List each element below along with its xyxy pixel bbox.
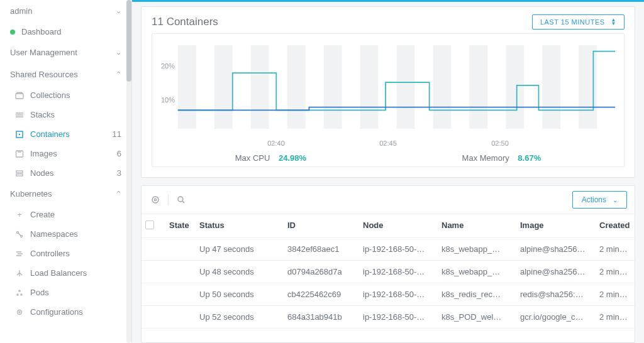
svg-point-25 <box>152 197 158 203</box>
nav-containers[interactable]: Containers 11 <box>0 124 131 144</box>
status-dot-icon <box>10 30 15 35</box>
svg-rect-14 <box>214 45 233 129</box>
nav-controllers[interactable]: Controllers <box>0 244 131 263</box>
plus-icon: + <box>15 210 24 219</box>
col-id[interactable]: ID <box>284 214 359 238</box>
nav-nodes[interactable]: Nodes 3 <box>0 163 131 183</box>
chevron-up-icon: ⌃ <box>116 190 121 198</box>
nav-shared-resources[interactable]: Shared Resources ⌃ <box>0 63 131 85</box>
select-all-header[interactable] <box>142 214 165 238</box>
nav-item-label: Collections <box>30 90 70 100</box>
svg-rect-13 <box>178 45 196 129</box>
cell-state <box>165 261 196 283</box>
cell-image[interactable]: gcr.io/google_c… <box>516 306 596 329</box>
x-tick: 02:45 <box>379 139 397 147</box>
cell-image[interactable]: redis@sha256:… <box>516 283 596 306</box>
nav-kube-label: Kubernetes <box>10 189 52 199</box>
containers-table-panel: Actions ⌄ State Status ID Node Name Imag… <box>141 185 635 343</box>
cell-id[interactable]: 3842ef68aec1 <box>284 238 359 261</box>
chevron-down-icon: ⌄ <box>613 197 618 204</box>
cell-status: Up 52 seconds <box>196 306 284 329</box>
cell-node[interactable]: ip-192-168-50-… <box>359 283 438 306</box>
svg-rect-18 <box>360 45 379 129</box>
svg-point-11 <box>18 310 22 314</box>
cell-node[interactable]: ip-192-168-50-… <box>359 261 438 283</box>
svg-rect-4 <box>16 171 23 173</box>
nav-namespaces[interactable]: Namespaces <box>0 224 131 244</box>
row-select[interactable] <box>142 238 165 261</box>
controllers-icon <box>15 249 24 258</box>
nav-collections[interactable]: Collections <box>0 85 131 105</box>
col-node[interactable]: Node <box>359 214 438 238</box>
sidebar: admin ⌄ Dashboard User Management ⌄ Shar… <box>0 0 132 343</box>
nav-images[interactable]: Images 6 <box>0 144 131 163</box>
nav-stacks[interactable]: Stacks <box>0 105 131 124</box>
max-memory-label: Max Memory <box>462 153 509 163</box>
nav-pods[interactable]: Pods <box>0 283 131 302</box>
nav-item-count: 11 <box>113 129 121 139</box>
nav-item-label: Stacks <box>30 110 55 119</box>
actions-button[interactable]: Actions ⌄ <box>572 191 627 209</box>
chevron-down-icon: ⌄ <box>116 7 121 15</box>
cell-name[interactable]: k8s_POD_wel… <box>438 306 516 329</box>
row-select[interactable] <box>142 306 165 329</box>
svg-point-9 <box>17 293 18 295</box>
max-memory-value: 8.67% <box>518 153 541 163</box>
search-icon[interactable] <box>175 193 187 206</box>
cell-id[interactable]: cb4225462c69 <box>284 283 359 306</box>
row-select[interactable] <box>142 261 165 283</box>
toolbar-separator <box>168 194 169 205</box>
nav-load-balancers[interactable]: Load Balancers <box>0 263 131 283</box>
cell-created: 2 minutes ago <box>596 306 635 329</box>
cell-id[interactable]: d0794a268d7a <box>284 261 359 283</box>
cell-name[interactable]: k8s_webapp_… <box>438 238 516 261</box>
cell-id[interactable]: 684a31ab941b <box>284 306 359 329</box>
nav-item-label: Containers <box>30 129 70 139</box>
nav-shared-label: Shared Resources <box>10 70 78 79</box>
checkbox-icon[interactable] <box>145 220 154 229</box>
nav-item-label: Controllers <box>30 249 70 258</box>
nav-item-count: 6 <box>117 149 121 158</box>
cell-created: 2 minutes ago <box>596 238 635 261</box>
nav-item-label: Load Balancers <box>30 268 87 278</box>
nav-user-management[interactable]: User Management ⌄ <box>0 41 131 63</box>
cell-image[interactable]: alpine@sha256… <box>516 238 596 261</box>
col-state[interactable]: State <box>165 214 196 238</box>
settings-icon[interactable] <box>149 193 162 206</box>
nav-kubernetes[interactable]: Kubernetes ⌃ <box>0 183 131 205</box>
user-label: admin <box>10 6 32 16</box>
cell-name[interactable]: k8s_redis_rec… <box>438 283 516 306</box>
time-range-selector[interactable]: LAST 15 MINUTES ▲▼ <box>532 14 625 30</box>
chart-container: 20% 10% 02:40 02:45 02:50 Max CPU 24.98%… <box>152 33 625 167</box>
user-menu[interactable]: admin ⌄ <box>0 0 131 22</box>
nav-configurations[interactable]: Configurations <box>0 302 131 322</box>
cell-state <box>165 306 196 329</box>
images-icon <box>15 150 24 158</box>
col-created[interactable]: Created <box>596 214 635 238</box>
svg-point-2 <box>19 133 20 134</box>
nav-dashboard[interactable]: Dashboard <box>0 22 131 41</box>
cell-node[interactable]: ip-192-168-50-… <box>359 306 438 329</box>
cell-node[interactable]: ip-192-168-50-… <box>359 238 438 261</box>
cell-name[interactable]: k8s_webapp_… <box>438 261 516 283</box>
svg-point-10 <box>21 293 22 295</box>
panel-title: 11 Containers <box>152 16 218 28</box>
col-name[interactable]: Name <box>438 214 516 238</box>
cell-status: Up 47 seconds <box>196 238 284 261</box>
stacks-icon <box>15 111 24 119</box>
svg-point-12 <box>19 311 20 312</box>
col-status[interactable]: Status <box>196 214 284 238</box>
collections-icon <box>15 91 24 100</box>
svg-rect-16 <box>287 45 306 129</box>
row-select[interactable] <box>142 283 165 306</box>
svg-rect-21 <box>469 45 487 129</box>
svg-rect-24 <box>579 45 597 129</box>
chevron-down-icon: ⌄ <box>116 48 121 57</box>
chevron-up-icon: ⌃ <box>116 70 121 79</box>
nav-create[interactable]: + Create <box>0 205 131 224</box>
sidebar-scrollbar[interactable] <box>126 0 131 343</box>
col-image[interactable]: Image <box>516 214 596 238</box>
cell-image[interactable]: alpine@sha256… <box>516 261 596 283</box>
nodes-icon <box>15 169 24 178</box>
nav-dashboard-label: Dashboard <box>21 27 62 36</box>
